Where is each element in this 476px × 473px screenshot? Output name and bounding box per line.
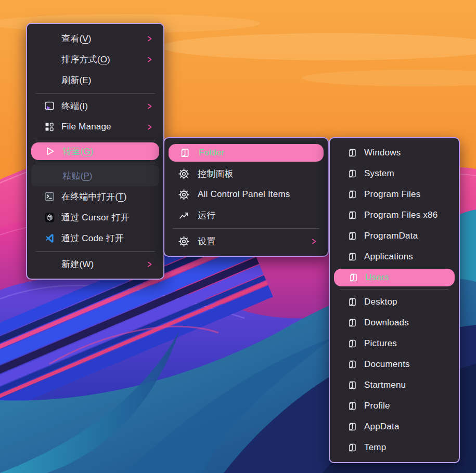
menu-item-all-control-panel-items[interactable]: All Control Panel Items	[168, 184, 325, 205]
icon-spacer	[44, 54, 55, 65]
menu-separator	[173, 228, 319, 229]
context-menu: 查看(V) 排序方式(O) 刷新(E) 终端(I) File Manage 转至…	[26, 23, 164, 280]
icon-spacer	[44, 33, 55, 44]
folder-open-icon	[346, 338, 358, 349]
menu-item-terminal[interactable]: 终端(I)	[30, 96, 160, 116]
chevron-right-icon	[146, 56, 153, 63]
gear-icon	[178, 189, 189, 200]
goto-submenu: Folder 控制面板 All Control Panel Items 运行 设…	[163, 137, 329, 257]
icon-spacer	[45, 170, 56, 181]
icon-spacer	[44, 258, 55, 270]
terminal-window-icon	[44, 100, 55, 112]
folder-open-icon	[346, 230, 358, 242]
chevron-right-icon	[146, 103, 153, 110]
command-prompt-icon	[44, 191, 55, 202]
chevron-right-icon	[146, 124, 153, 130]
icon-spacer	[44, 74, 55, 86]
menu-item-program-files[interactable]: Program Files	[333, 184, 456, 205]
folder-open-icon	[346, 379, 358, 391]
menu-item-open-in-terminal[interactable]: 在终端中打开(T)	[30, 186, 160, 207]
menu-item-run[interactable]: 运行	[168, 205, 325, 226]
folder-open-icon	[346, 209, 358, 221]
folder-open-icon	[346, 251, 358, 262]
menu-item-programdata[interactable]: ProgramData	[333, 226, 456, 246]
menu-separator	[340, 289, 448, 290]
folder-open-icon	[346, 421, 358, 432]
folder-open-icon	[179, 147, 190, 159]
menu-item-open-with-cursor[interactable]: 通过 Cursor 打开	[30, 207, 160, 228]
menu-item-temp[interactable]: Temp	[333, 437, 456, 458]
menu-item-sort-by[interactable]: 排序方式(O)	[30, 49, 160, 70]
menu-item-file-manage[interactable]: File Manage	[30, 116, 160, 137]
menu-item-desktop[interactable]: Desktop	[333, 292, 456, 312]
folder-open-icon	[346, 442, 358, 453]
chevron-right-icon	[146, 35, 153, 42]
menu-separator	[35, 163, 155, 163]
menu-item-program-files-x86[interactable]: Program Files x86	[333, 205, 456, 226]
menu-item-appdata[interactable]: AppData	[333, 416, 456, 437]
menu-item-documents[interactable]: Documents	[333, 354, 456, 375]
menu-separator	[35, 93, 155, 94]
menu-item-applications[interactable]: Applications	[333, 246, 456, 267]
menu-item-paste: 粘贴(P)	[31, 165, 159, 186]
cursor-arrow-icon	[45, 146, 56, 157]
folder-open-icon	[346, 147, 358, 159]
menu-item-system[interactable]: System	[333, 163, 456, 184]
folder-open-icon	[346, 317, 358, 329]
menu-item-users[interactable]: Users	[334, 269, 455, 286]
vscode-icon	[44, 232, 55, 244]
chevron-right-icon	[146, 261, 153, 268]
folder-open-icon	[346, 359, 358, 370]
folder-submenu: Windows System Program Files Program Fil…	[329, 137, 460, 463]
menu-item-goto[interactable]: 转至(G)	[31, 142, 159, 160]
menu-item-profile[interactable]: Profile	[333, 396, 456, 416]
menu-item-refresh[interactable]: 刷新(E)	[30, 70, 160, 90]
gear-icon	[178, 235, 189, 247]
folder-open-icon	[348, 272, 359, 283]
menu-item-new[interactable]: 新建(W)	[30, 254, 160, 274]
menu-item-folder[interactable]: Folder	[169, 144, 324, 162]
menu-item-pictures[interactable]: Pictures	[333, 333, 456, 354]
menu-item-open-with-code[interactable]: 通过 Code 打开	[30, 228, 160, 248]
folder-open-icon	[346, 168, 358, 179]
menu-item-windows[interactable]: Windows	[333, 142, 456, 163]
menu-item-downloads[interactable]: Downloads	[333, 312, 456, 333]
grid-squares-icon	[44, 121, 55, 133]
menu-item-startmenu[interactable]: Startmenu	[333, 375, 456, 396]
menu-item-view[interactable]: 查看(V)	[30, 28, 160, 49]
menu-separator	[35, 251, 155, 252]
menu-item-settings[interactable]: 设置	[168, 231, 325, 252]
chevron-right-icon	[311, 238, 317, 245]
folder-open-icon	[346, 189, 358, 200]
menu-separator	[35, 140, 155, 140]
gear-icon	[178, 168, 189, 179]
folder-open-icon	[346, 400, 358, 412]
menu-item-control-panel[interactable]: 控制面板	[168, 163, 325, 184]
folder-open-icon	[346, 296, 358, 308]
trending-up-icon	[178, 209, 189, 221]
cursor-app-icon	[44, 212, 55, 223]
